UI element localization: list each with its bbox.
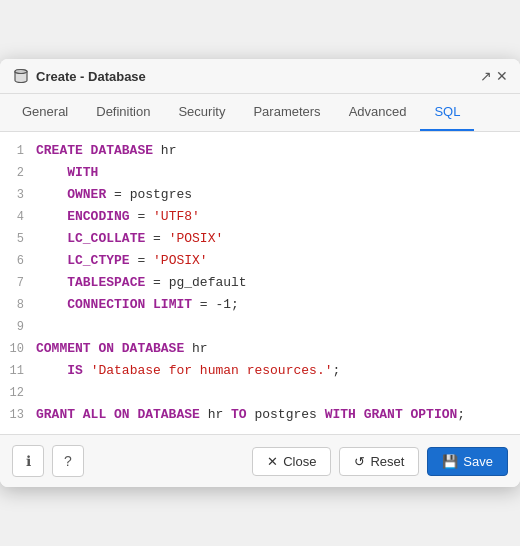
- create-database-window: Create - Database ↗ ✕ General Definition…: [0, 59, 520, 487]
- plain-token: =: [130, 253, 153, 268]
- plain-token: [36, 231, 67, 246]
- tab-bar: General Definition Security Parameters A…: [0, 94, 520, 132]
- code-line: 12: [0, 382, 520, 404]
- expand-icon: ↗: [480, 68, 492, 84]
- save-button[interactable]: 💾 Save: [427, 447, 508, 476]
- line-number: 6: [0, 251, 36, 271]
- save-icon: 💾: [442, 454, 458, 469]
- code-line: 2 WITH: [0, 162, 520, 184]
- code-line: 6 LC_CTYPE = 'POSIX': [0, 250, 520, 272]
- info-icon: ℹ: [26, 453, 31, 469]
- plain-token: [36, 297, 67, 312]
- line-number: 10: [0, 339, 36, 359]
- tab-advanced[interactable]: Advanced: [335, 94, 421, 131]
- line-number: 3: [0, 185, 36, 205]
- plain-token: ;: [332, 363, 340, 378]
- code-line: 13GRANT ALL ON DATABASE hr TO postgres W…: [0, 404, 520, 426]
- reset-button[interactable]: ↺ Reset: [339, 447, 419, 476]
- keyword-token: TO: [231, 407, 247, 422]
- help-icon: ?: [64, 453, 72, 469]
- expand-button[interactable]: ↗ ✕: [480, 68, 508, 84]
- line-content: ENCODING = 'UTF8': [36, 207, 520, 227]
- close-button[interactable]: ✕ Close: [252, 447, 331, 476]
- plain-token: = postgres: [106, 187, 192, 202]
- plain-token: hr: [153, 143, 176, 158]
- plain-token: = pg_default: [145, 275, 246, 290]
- close-x-icon: ✕: [496, 68, 508, 84]
- reset-label: Reset: [370, 454, 404, 469]
- line-number: 1: [0, 141, 36, 161]
- keyword-token: LC_COLLATE: [67, 231, 145, 246]
- window-title: Create - Database: [36, 69, 146, 84]
- tab-general[interactable]: General: [8, 94, 82, 131]
- plain-token: [83, 363, 91, 378]
- plain-token: [36, 187, 67, 202]
- line-number: 7: [0, 273, 36, 293]
- line-number: 13: [0, 405, 36, 425]
- code-line: 9: [0, 316, 520, 338]
- plain-token: [36, 253, 67, 268]
- string-token: 'POSIX': [169, 231, 224, 246]
- code-line: 5 LC_COLLATE = 'POSIX': [0, 228, 520, 250]
- keyword-token: ENCODING: [67, 209, 129, 224]
- line-content: CREATE DATABASE hr: [36, 141, 520, 161]
- keyword-token: CREATE DATABASE: [36, 143, 153, 158]
- code-line: 11 IS 'Database for human resources.';: [0, 360, 520, 382]
- plain-token: [36, 363, 67, 378]
- reset-icon: ↺: [354, 454, 365, 469]
- plain-token: =: [130, 209, 153, 224]
- keyword-token: COMMENT ON DATABASE: [36, 341, 184, 356]
- code-line: 10COMMENT ON DATABASE hr: [0, 338, 520, 360]
- line-number: 4: [0, 207, 36, 227]
- save-label: Save: [463, 454, 493, 469]
- line-content: COMMENT ON DATABASE hr: [36, 339, 520, 359]
- footer-left-buttons: ℹ ?: [12, 445, 84, 477]
- plain-token: = -1;: [192, 297, 239, 312]
- line-content: CONNECTION LIMIT = -1;: [36, 295, 520, 315]
- line-content: IS 'Database for human resources.';: [36, 361, 520, 381]
- tab-definition[interactable]: Definition: [82, 94, 164, 131]
- keyword-token: WITH: [67, 165, 98, 180]
- plain-token: ;: [457, 407, 465, 422]
- line-number: 2: [0, 163, 36, 183]
- database-title-icon: [12, 67, 30, 85]
- plain-token: hr: [200, 407, 231, 422]
- plain-token: =: [145, 231, 168, 246]
- plain-token: [36, 165, 67, 180]
- info-button[interactable]: ℹ: [12, 445, 44, 477]
- line-number: 8: [0, 295, 36, 315]
- sql-editor[interactable]: 1CREATE DATABASE hr2 WITH3 OWNER = postg…: [0, 132, 520, 434]
- line-number: 12: [0, 383, 36, 403]
- keyword-token: LC_CTYPE: [67, 253, 129, 268]
- line-content: OWNER = postgres: [36, 185, 520, 205]
- plain-token: [36, 209, 67, 224]
- code-line: 4 ENCODING = 'UTF8': [0, 206, 520, 228]
- string-token: 'POSIX': [153, 253, 208, 268]
- tab-parameters[interactable]: Parameters: [239, 94, 334, 131]
- keyword-token: TABLESPACE: [67, 275, 145, 290]
- footer: ℹ ? ✕ Close ↺ Reset 💾 Save: [0, 434, 520, 487]
- tab-security[interactable]: Security: [164, 94, 239, 131]
- keyword-token: CONNECTION LIMIT: [67, 297, 192, 312]
- help-button[interactable]: ?: [52, 445, 84, 477]
- line-content: WITH: [36, 163, 520, 183]
- code-line: 8 CONNECTION LIMIT = -1;: [0, 294, 520, 316]
- close-label: Close: [283, 454, 316, 469]
- title-bar: Create - Database ↗ ✕: [0, 59, 520, 94]
- line-content: LC_COLLATE = 'POSIX': [36, 229, 520, 249]
- line-content: GRANT ALL ON DATABASE hr TO postgres WIT…: [36, 405, 520, 425]
- line-content: TABLESPACE = pg_default: [36, 273, 520, 293]
- plain-token: [36, 275, 67, 290]
- keyword-token: GRANT ALL ON DATABASE: [36, 407, 200, 422]
- line-number: 11: [0, 361, 36, 381]
- string-token: 'UTF8': [153, 209, 200, 224]
- code-line: 1CREATE DATABASE hr: [0, 140, 520, 162]
- string-token: 'Database for human resources.': [91, 363, 333, 378]
- plain-token: hr: [184, 341, 207, 356]
- svg-point-1: [15, 70, 27, 74]
- keyword-token: IS: [67, 363, 83, 378]
- line-content: LC_CTYPE = 'POSIX': [36, 251, 520, 271]
- footer-right-buttons: ✕ Close ↺ Reset 💾 Save: [252, 447, 508, 476]
- tab-sql[interactable]: SQL: [420, 94, 474, 131]
- close-x-icon: ✕: [267, 454, 278, 469]
